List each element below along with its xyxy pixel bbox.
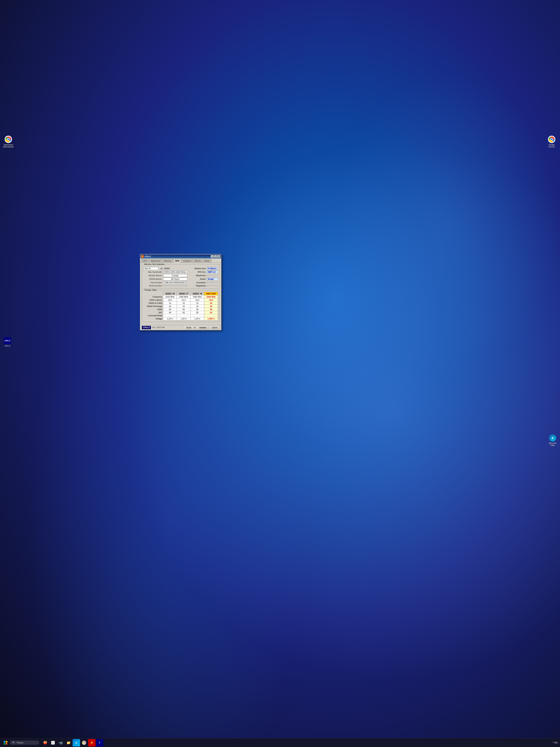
timings-table: JEDEC #6 JEDEC #7 JEDEC #8 XMP-3200 Freq… (143, 292, 218, 320)
taskbar-icon-fruit[interactable]: 🍑 (42, 739, 49, 746)
tools-button-group: Tools ▼ (185, 326, 196, 329)
tab-memory[interactable]: Memory (162, 259, 173, 262)
start-button[interactable] (2, 740, 9, 746)
tools-main-button[interactable]: Tools (185, 326, 193, 329)
timings-cell-xmp-2: 18 (204, 302, 218, 305)
timings-cell-jedec6-3: 15 (163, 305, 177, 308)
slot-row-1: Slot #1 ▼ DDR4 Module Size 8 GBytes (143, 267, 218, 270)
edge-label: Microsoft Edge (547, 442, 558, 446)
desktop-icon-chrome-right[interactable]: Google Chrome (545, 134, 558, 149)
title-bar-left: Z CPU-Z (141, 255, 151, 258)
timings-row-5: tRC49505054 (143, 311, 218, 314)
timings-cell-jedec6-6 (163, 314, 177, 317)
memory-slot-group-title: Memory Slot Selection (143, 263, 165, 265)
timings-row-3: RAS# Precharge15151518 (143, 305, 218, 308)
timings-cell-jedec6-5: 49 (163, 311, 177, 314)
tab-spd[interactable]: SPD (174, 259, 181, 263)
tab-bar: CPU Mainboard Memory SPD Graphics Bench … (140, 258, 221, 263)
timings-cell-jedec8-4: 36 (191, 308, 204, 311)
col-header-xmp: XMP-3200 (204, 292, 218, 295)
search-icon: 🔍 (12, 741, 15, 744)
timings-cell-xmp-1: 16.0 (204, 298, 218, 302)
timings-row-2: RAS# to CAS#14151518 (143, 302, 218, 305)
timings-cell-jedec8-2: 15 (191, 302, 204, 305)
cpuz-window: Z CPU-Z ─ □ ✕ CPU Mainboard Memory SPD G… (140, 254, 221, 330)
timings-cell-jedec8-5: 50 (191, 311, 204, 314)
minimize-button[interactable]: ─ (211, 255, 214, 258)
desktop-icon-edge[interactable]: e Microsoft Edge (546, 433, 559, 447)
timings-cell-jedec7-7: 1.20 V (177, 317, 191, 320)
part-number-label: Part Number (143, 281, 162, 284)
timings-cell-xmp-0: 1600 MHz (204, 295, 218, 298)
timings-row-label-5: tRC (143, 311, 163, 314)
svg-point-6 (551, 138, 553, 140)
module-size-label: Module Size (194, 267, 206, 269)
spd-ext-value: XMP 2.0 (207, 271, 218, 274)
desktop: Удаленные приложения CPU-Z CPU-Z Google … (0, 0, 560, 747)
timings-cell-jedec7-6 (177, 314, 191, 317)
slot-select[interactable]: Slot #1 (143, 267, 158, 270)
chrome-right-icon (548, 136, 555, 143)
desktop-icon-cpuz[interactable]: CPU-Z CPU-Z (1, 336, 14, 348)
tab-graphics[interactable]: Graphics (182, 259, 193, 262)
desktop-icon-apps[interactable]: Удаленные приложения (2, 134, 15, 149)
tab-bench[interactable]: Bench (193, 259, 203, 262)
ranks-value: Single (207, 278, 218, 281)
timings-cell-jedec6-7: 1.20 V (163, 317, 177, 320)
taskbar-icon-camera[interactable]: 📹 (57, 739, 64, 746)
taskbar-search[interactable]: 🔍 Поиск (10, 741, 39, 745)
timings-cell-jedec8-1: 16.0 (191, 298, 204, 302)
week-year-value (207, 275, 218, 276)
timings-row-label-1: CAS# Latency (143, 298, 163, 302)
timings-cell-xmp-7: 1.350 V (204, 317, 218, 320)
cpuz-title-icon: Z (141, 255, 144, 258)
taskbar-icon-store[interactable]: ⊞ (73, 739, 80, 746)
timings-row-1: CAS# Latency14.015.016.016.0 (143, 298, 218, 302)
taskbar-icon-cpuz-tray[interactable]: Z (96, 739, 103, 746)
tray-chevron[interactable]: ^ (553, 741, 554, 744)
col-header-empty (143, 292, 163, 295)
timings-group: Timings Table JEDEC #6 JEDEC #7 JEDEC #8… (142, 290, 220, 322)
maximize-button[interactable]: □ (214, 255, 217, 258)
slot-dropdown-arrow[interactable]: ▼ (160, 267, 163, 269)
taskbar-icon-lightning[interactable]: ⚡ (88, 739, 96, 746)
apps-icon-label: Удаленные приложения (3, 144, 14, 148)
module-manuf-label: Module Manuf. (143, 274, 162, 277)
ddr-type-label: DDR4 (164, 267, 170, 269)
timings-cell-jedec7-1: 15.0 (177, 298, 191, 302)
timings-row-7: Voltage1.20 V1.20 V1.20 V1.350 V (143, 317, 218, 320)
footer-right: Tools ▼ Validate Close (185, 326, 220, 329)
title-controls: ─ □ ✕ (211, 255, 220, 258)
close-button[interactable]: ✕ (217, 255, 220, 258)
info-row-manuf: Module Manuf. Corsair Week/Year (143, 274, 218, 277)
timings-cell-jedec8-0: 1066 MHz (191, 295, 204, 298)
svg-point-3 (7, 138, 9, 140)
window-footer: CPU-Z Ver. 2.08.0.x64 Tools ▼ Validate C… (140, 325, 221, 330)
taskbar: 🔍 Поиск 🍑 ⬜ 📹 📁 ⊞ (0, 738, 560, 747)
validate-button[interactable]: Validate (197, 326, 209, 329)
taskbar-icon-taskview[interactable]: ⬜ (49, 739, 57, 746)
timings-cell-jedec7-3: 15 (177, 305, 191, 308)
taskbar-icon-folder[interactable]: 📁 (65, 739, 72, 746)
window-body: Memory Slot Selection Slot #1 ▼ DDR4 Mod… (140, 263, 221, 325)
timings-row-label-2: RAS# to CAS# (143, 302, 163, 305)
tab-cpu[interactable]: CPU (141, 259, 149, 262)
close-window-button[interactable]: Close (210, 326, 220, 329)
timings-cell-jedec7-2: 15 (177, 302, 191, 305)
taskbar-tray: ^ EN (553, 741, 558, 744)
correction-label: Correction (196, 281, 206, 284)
timings-row-label-7: Voltage (143, 317, 163, 320)
tools-dropdown-button[interactable]: ▼ (193, 326, 196, 329)
tab-about[interactable]: About (203, 259, 212, 262)
windows-logo-icon (4, 741, 7, 745)
col-header-jedec7: JEDEC #7 (177, 292, 191, 295)
timings-cell-jedec7-0: 1066 MHz (177, 295, 191, 298)
info-row-dram: DRAM Manuf. SK Hynix Ranks Single (143, 278, 218, 281)
timings-cell-jedec7-4: 36 (177, 308, 191, 311)
cpuz-icon-label: CPU-Z (5, 345, 10, 347)
tab-mainboard[interactable]: Mainboard (149, 259, 162, 262)
correction-value (207, 282, 218, 283)
taskbar-icon-chrome[interactable] (80, 739, 88, 746)
memory-slot-group: Memory Slot Selection Slot #1 ▼ DDR4 Mod… (142, 264, 220, 288)
cpuz-footer-logo: CPU-Z (142, 326, 151, 329)
